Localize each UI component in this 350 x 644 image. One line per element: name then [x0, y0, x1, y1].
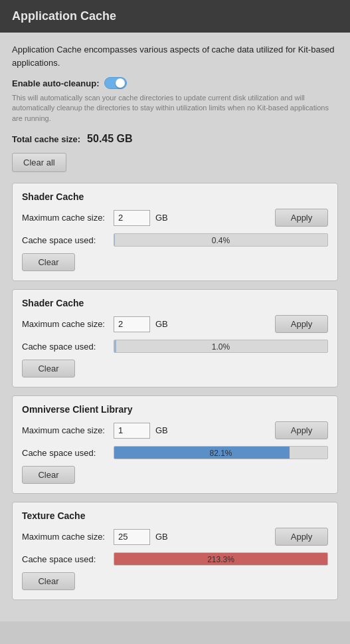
progress-bar-container-1: 1.0% — [114, 340, 328, 353]
max-cache-row-2: Maximum cache size: GB Apply — [22, 421, 328, 439]
apply-button-2[interactable]: Apply — [275, 421, 328, 439]
max-cache-row-0: Maximum cache size: GB Apply — [22, 209, 328, 227]
apply-button-1[interactable]: Apply — [275, 315, 328, 333]
max-cache-input-2[interactable] — [114, 423, 150, 439]
unit-label-2: GB — [155, 425, 168, 435]
section-title-2: Omniverse Client Library — [22, 404, 328, 415]
max-cache-row-3: Maximum cache size: GB Apply — [22, 528, 328, 546]
max-cache-input-0[interactable] — [114, 210, 150, 226]
progress-text-3: 213.3% — [114, 553, 327, 566]
section-title-1: Shader Cache — [22, 298, 328, 308]
clear-button-1[interactable]: Clear — [22, 360, 75, 377]
toggle-knob — [116, 78, 125, 88]
progress-bar-container-0: 0.4% — [114, 233, 328, 247]
content-area: Application Cache encompasses various as… — [0, 33, 350, 621]
cache-section-shader-cache-1: Shader Cache Maximum cache size: GB Appl… — [12, 183, 338, 281]
unit-label-0: GB — [155, 213, 168, 223]
header: Application Cache — [0, 0, 350, 33]
app-container: Application Cache Application Cache enco… — [0, 0, 350, 621]
unit-label-3: GB — [155, 532, 168, 542]
btn-row-2: Clear — [22, 466, 328, 484]
progress-text-1: 1.0% — [114, 340, 327, 353]
progress-text-2: 82.1% — [114, 447, 327, 459]
clear-button-2[interactable]: Clear — [22, 466, 75, 484]
total-cache-value: 50.45 GB — [87, 133, 132, 145]
btn-row-1: Clear — [22, 360, 328, 377]
apply-button-3[interactable]: Apply — [275, 528, 328, 546]
max-cache-label-2: Maximum cache size: — [22, 425, 108, 435]
max-cache-row-1: Maximum cache size: GB Apply — [22, 315, 328, 333]
description-text: Application Cache encompasses various as… — [12, 43, 338, 69]
cache-space-label-3: Cache space used: — [22, 554, 108, 564]
total-cache-row: Total cache size: 50.45 GB — [12, 133, 338, 145]
max-cache-input-1[interactable] — [114, 316, 150, 332]
cache-space-label-0: Cache space used: — [22, 235, 108, 245]
clear-all-button[interactable]: Clear all — [12, 153, 66, 172]
max-cache-label-0: Maximum cache size: — [22, 213, 108, 223]
btn-row-0: Clear — [22, 253, 328, 271]
max-cache-label-1: Maximum cache size: — [22, 319, 108, 329]
cache-space-label-1: Cache space used: — [22, 342, 108, 352]
cache-section-omniverse-client: Omniverse Client Library Maximum cache s… — [12, 395, 338, 494]
sections-container: Shader Cache Maximum cache size: GB Appl… — [12, 183, 338, 600]
progress-bar-container-2: 82.1% — [114, 446, 328, 459]
cache-space-row-2: Cache space used: 82.1% — [22, 446, 328, 459]
btn-row-3: Clear — [22, 572, 328, 590]
clear-button-3[interactable]: Clear — [22, 572, 75, 590]
cache-space-row-0: Cache space used: 0.4% — [22, 233, 328, 247]
section-title-3: Texture Cache — [22, 510, 328, 521]
enable-autocleanup-label: Enable auto-cleanup: — [12, 78, 99, 88]
total-cache-label: Total cache size: — [12, 134, 80, 144]
enable-autocleanup-row: Enable auto-cleanup: — [12, 77, 338, 89]
max-cache-input-3[interactable] — [114, 529, 150, 545]
unit-label-1: GB — [155, 319, 168, 329]
progress-bar-container-3: 213.3% — [114, 552, 328, 566]
autocleanup-note: This will automatically scan your cache … — [12, 93, 338, 124]
section-title-0: Shader Cache — [22, 191, 328, 202]
cache-space-row-3: Cache space used: 213.3% — [22, 552, 328, 566]
page-title: Application Cache — [12, 9, 116, 23]
clear-button-0[interactable]: Clear — [22, 253, 75, 271]
cache-space-label-2: Cache space used: — [22, 448, 108, 458]
autocleanup-toggle[interactable] — [104, 77, 127, 89]
progress-text-0: 0.4% — [114, 234, 327, 247]
max-cache-label-3: Maximum cache size: — [22, 532, 108, 542]
cache-section-texture-cache: Texture Cache Maximum cache size: GB App… — [12, 502, 338, 600]
cache-section-shader-cache-2: Shader Cache Maximum cache size: GB Appl… — [12, 289, 338, 387]
apply-button-0[interactable]: Apply — [275, 209, 328, 227]
cache-space-row-1: Cache space used: 1.0% — [22, 340, 328, 353]
